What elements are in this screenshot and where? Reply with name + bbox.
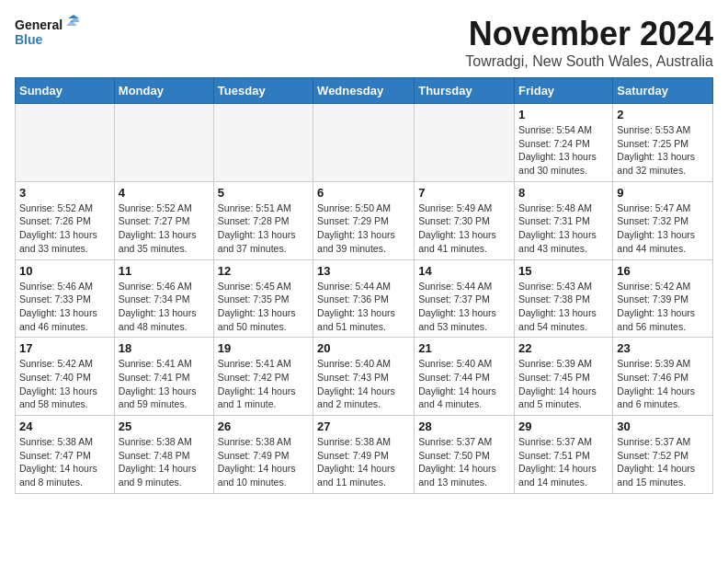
calendar-cell: 10Sunrise: 5:46 AM Sunset: 7:33 PM Dayli… bbox=[16, 259, 115, 338]
title-area: November 2024 Towradgi, New South Wales,… bbox=[465, 15, 713, 70]
day-number: 21 bbox=[418, 341, 510, 355]
month-title: November 2024 bbox=[465, 15, 713, 53]
weekday-header-row: SundayMondayTuesdayWednesdayThursdayFrid… bbox=[16, 78, 713, 104]
day-info: Sunrise: 5:42 AM Sunset: 7:39 PM Dayligh… bbox=[617, 280, 709, 334]
calendar-cell bbox=[213, 104, 313, 182]
day-number: 23 bbox=[617, 341, 709, 355]
header: General Blue November 2024 Towradgi, New… bbox=[15, 15, 713, 70]
day-info: Sunrise: 5:37 AM Sunset: 7:52 PM Dayligh… bbox=[617, 435, 709, 489]
svg-marker-2 bbox=[68, 15, 79, 18]
weekday-header-monday: Monday bbox=[114, 78, 213, 104]
day-info: Sunrise: 5:46 AM Sunset: 7:34 PM Dayligh… bbox=[119, 280, 210, 334]
calendar-cell: 25Sunrise: 5:38 AM Sunset: 7:48 PM Dayli… bbox=[114, 416, 213, 494]
calendar-cell: 3Sunrise: 5:52 AM Sunset: 7:26 PM Daylig… bbox=[16, 181, 115, 259]
day-info: Sunrise: 5:44 AM Sunset: 7:36 PM Dayligh… bbox=[317, 280, 410, 334]
day-info: Sunrise: 5:47 AM Sunset: 7:32 PM Dayligh… bbox=[617, 201, 709, 256]
day-info: Sunrise: 5:41 AM Sunset: 7:42 PM Dayligh… bbox=[218, 357, 309, 411]
day-number: 30 bbox=[617, 419, 709, 433]
calendar-cell bbox=[415, 104, 515, 182]
calendar-cell: 30Sunrise: 5:37 AM Sunset: 7:52 PM Dayli… bbox=[613, 416, 713, 494]
calendar-cell: 23Sunrise: 5:39 AM Sunset: 7:46 PM Dayli… bbox=[613, 338, 713, 416]
location-subtitle: Towradgi, New South Wales, Australia bbox=[465, 53, 713, 70]
calendar-cell: 28Sunrise: 5:37 AM Sunset: 7:50 PM Dayli… bbox=[415, 416, 515, 494]
calendar-table: SundayMondayTuesdayWednesdayThursdayFrid… bbox=[15, 77, 713, 494]
calendar-cell: 4Sunrise: 5:52 AM Sunset: 7:27 PM Daylig… bbox=[114, 181, 213, 259]
calendar-cell: 27Sunrise: 5:38 AM Sunset: 7:49 PM Dayli… bbox=[313, 416, 415, 494]
weekday-header-wednesday: Wednesday bbox=[313, 78, 415, 104]
calendar-cell bbox=[114, 104, 213, 182]
day-number: 1 bbox=[518, 108, 609, 121]
calendar-cell: 7Sunrise: 5:49 AM Sunset: 7:30 PM Daylig… bbox=[415, 181, 515, 259]
calendar-cell: 16Sunrise: 5:42 AM Sunset: 7:39 PM Dayli… bbox=[613, 259, 713, 338]
calendar-cell: 12Sunrise: 5:45 AM Sunset: 7:35 PM Dayli… bbox=[213, 259, 313, 338]
day-number: 12 bbox=[218, 264, 309, 278]
day-number: 10 bbox=[19, 264, 110, 278]
logo: General Blue bbox=[15, 15, 79, 55]
day-number: 11 bbox=[119, 264, 210, 278]
day-number: 17 bbox=[19, 341, 110, 355]
calendar-cell bbox=[16, 104, 115, 182]
day-number: 19 bbox=[218, 341, 309, 355]
day-number: 13 bbox=[317, 264, 410, 278]
day-info: Sunrise: 5:37 AM Sunset: 7:51 PM Dayligh… bbox=[518, 435, 609, 489]
day-number: 28 bbox=[418, 419, 510, 433]
calendar-cell: 8Sunrise: 5:48 AM Sunset: 7:31 PM Daylig… bbox=[515, 181, 613, 259]
calendar-cell: 22Sunrise: 5:39 AM Sunset: 7:45 PM Dayli… bbox=[515, 338, 613, 416]
day-info: Sunrise: 5:37 AM Sunset: 7:50 PM Dayligh… bbox=[418, 435, 510, 489]
calendar-cell: 19Sunrise: 5:41 AM Sunset: 7:42 PM Dayli… bbox=[213, 338, 313, 416]
day-number: 7 bbox=[418, 186, 510, 200]
calendar-cell: 18Sunrise: 5:41 AM Sunset: 7:41 PM Dayli… bbox=[114, 338, 213, 416]
calendar-cell: 26Sunrise: 5:38 AM Sunset: 7:49 PM Dayli… bbox=[213, 416, 313, 494]
day-number: 16 bbox=[617, 264, 709, 278]
calendar-cell: 13Sunrise: 5:44 AM Sunset: 7:36 PM Dayli… bbox=[313, 259, 415, 338]
weekday-header-saturday: Saturday bbox=[613, 78, 713, 104]
calendar-cell: 6Sunrise: 5:50 AM Sunset: 7:29 PM Daylig… bbox=[313, 181, 415, 259]
calendar-cell: 14Sunrise: 5:44 AM Sunset: 7:37 PM Dayli… bbox=[415, 259, 515, 338]
day-number: 4 bbox=[119, 186, 210, 200]
calendar-cell: 11Sunrise: 5:46 AM Sunset: 7:34 PM Dayli… bbox=[114, 259, 213, 338]
day-number: 5 bbox=[218, 186, 309, 200]
day-info: Sunrise: 5:46 AM Sunset: 7:33 PM Dayligh… bbox=[19, 280, 110, 334]
day-info: Sunrise: 5:48 AM Sunset: 7:31 PM Dayligh… bbox=[518, 201, 609, 256]
day-info: Sunrise: 5:51 AM Sunset: 7:28 PM Dayligh… bbox=[218, 201, 309, 256]
weekday-header-tuesday: Tuesday bbox=[213, 78, 313, 104]
calendar-cell bbox=[313, 104, 415, 182]
calendar-cell: 24Sunrise: 5:38 AM Sunset: 7:47 PM Dayli… bbox=[16, 416, 115, 494]
day-number: 8 bbox=[518, 186, 609, 200]
calendar-cell: 20Sunrise: 5:40 AM Sunset: 7:43 PM Dayli… bbox=[313, 338, 415, 416]
svg-text:General: General bbox=[15, 17, 63, 32]
calendar-cell: 29Sunrise: 5:37 AM Sunset: 7:51 PM Dayli… bbox=[515, 416, 613, 494]
day-info: Sunrise: 5:50 AM Sunset: 7:29 PM Dayligh… bbox=[317, 201, 410, 256]
week-row-3: 10Sunrise: 5:46 AM Sunset: 7:33 PM Dayli… bbox=[16, 259, 713, 338]
day-number: 25 bbox=[119, 419, 210, 433]
day-info: Sunrise: 5:45 AM Sunset: 7:35 PM Dayligh… bbox=[218, 280, 309, 334]
svg-text:Blue: Blue bbox=[15, 32, 43, 47]
week-row-1: 1Sunrise: 5:54 AM Sunset: 7:24 PM Daylig… bbox=[16, 104, 713, 182]
day-number: 14 bbox=[418, 264, 510, 278]
week-row-2: 3Sunrise: 5:52 AM Sunset: 7:26 PM Daylig… bbox=[16, 181, 713, 259]
calendar-cell: 17Sunrise: 5:42 AM Sunset: 7:40 PM Dayli… bbox=[16, 338, 115, 416]
day-number: 6 bbox=[317, 186, 410, 200]
week-row-5: 24Sunrise: 5:38 AM Sunset: 7:47 PM Dayli… bbox=[16, 416, 713, 494]
day-info: Sunrise: 5:39 AM Sunset: 7:45 PM Dayligh… bbox=[518, 357, 609, 411]
calendar-cell: 9Sunrise: 5:47 AM Sunset: 7:32 PM Daylig… bbox=[613, 181, 713, 259]
weekday-header-friday: Friday bbox=[515, 78, 613, 104]
calendar-cell: 15Sunrise: 5:43 AM Sunset: 7:38 PM Dayli… bbox=[515, 259, 613, 338]
day-number: 9 bbox=[617, 186, 709, 200]
calendar-cell: 5Sunrise: 5:51 AM Sunset: 7:28 PM Daylig… bbox=[213, 181, 313, 259]
day-number: 15 bbox=[518, 264, 609, 278]
day-info: Sunrise: 5:40 AM Sunset: 7:44 PM Dayligh… bbox=[418, 357, 510, 411]
day-info: Sunrise: 5:53 AM Sunset: 7:25 PM Dayligh… bbox=[617, 123, 709, 178]
weekday-header-sunday: Sunday bbox=[16, 78, 115, 104]
day-info: Sunrise: 5:38 AM Sunset: 7:48 PM Dayligh… bbox=[119, 435, 210, 489]
day-info: Sunrise: 5:38 AM Sunset: 7:47 PM Dayligh… bbox=[19, 435, 110, 489]
logo-svg: General Blue bbox=[15, 15, 79, 55]
day-info: Sunrise: 5:54 AM Sunset: 7:24 PM Dayligh… bbox=[518, 123, 609, 178]
calendar-cell: 2Sunrise: 5:53 AM Sunset: 7:25 PM Daylig… bbox=[613, 104, 713, 182]
day-number: 2 bbox=[617, 108, 709, 121]
day-info: Sunrise: 5:38 AM Sunset: 7:49 PM Dayligh… bbox=[317, 435, 410, 489]
day-number: 27 bbox=[317, 419, 410, 433]
day-number: 3 bbox=[19, 186, 110, 200]
weekday-header-thursday: Thursday bbox=[415, 78, 515, 104]
day-info: Sunrise: 5:38 AM Sunset: 7:49 PM Dayligh… bbox=[218, 435, 309, 489]
